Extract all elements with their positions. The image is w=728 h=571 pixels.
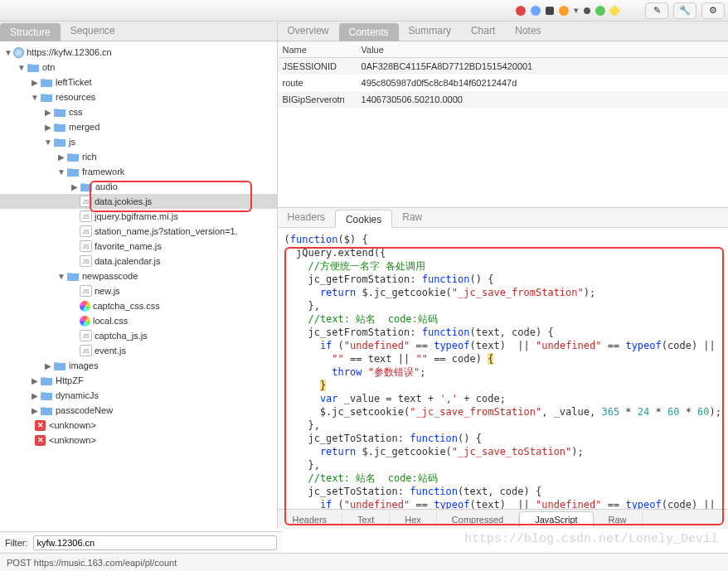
cookie-name: route <box>278 78 357 88</box>
tool-button[interactable]: 🔧 <box>673 2 696 19</box>
disclosure-icon[interactable] <box>70 331 80 341</box>
disclosure-icon[interactable] <box>70 346 80 356</box>
disclosure-icon[interactable]: ▶ <box>30 375 40 385</box>
cookie-row[interactable]: BIGipServerotn1406730506.50210.0000 <box>278 91 728 108</box>
toolbar-dot[interactable] <box>584 7 590 14</box>
tree-row[interactable]: JSnew.js <box>0 283 277 298</box>
folder-icon <box>66 166 80 177</box>
disclosure-icon[interactable]: ▼ <box>30 92 40 102</box>
tree-row[interactable]: ▶css <box>0 104 277 119</box>
tree-row[interactable]: ▼js <box>0 134 277 149</box>
toolbar-dot[interactable] <box>559 6 569 16</box>
folder-icon <box>40 390 53 401</box>
disclosure-icon[interactable] <box>70 286 80 296</box>
disclosure-icon[interactable]: ▶ <box>30 405 40 415</box>
toolbar-dot[interactable] <box>595 6 605 16</box>
filter-input[interactable] <box>33 535 278 550</box>
tree-label: favorite_name.js <box>95 241 162 251</box>
disclosure-icon[interactable] <box>70 226 80 236</box>
tree-label: new.js <box>95 286 120 296</box>
tree-row[interactable]: JSevent.js <box>0 343 277 358</box>
tab-raw[interactable]: Raw <box>392 208 432 227</box>
tab-summary[interactable]: Summary <box>399 22 461 41</box>
disclosure-icon[interactable] <box>70 316 80 326</box>
folder-icon <box>66 151 80 162</box>
folder-icon <box>53 121 66 133</box>
tree-row[interactable]: captcha_css.css <box>0 298 277 313</box>
tree-label: <unknown> <box>49 435 96 445</box>
tab-overview[interactable]: Overview <box>278 22 339 41</box>
tree-row[interactable]: ▶dynamicJs <box>0 388 277 403</box>
tree-row[interactable]: ▼framework <box>0 164 277 179</box>
tree-row[interactable]: JSdata.jcalendar.js <box>0 254 277 269</box>
css-file-icon <box>80 301 90 312</box>
folder-icon <box>53 360 66 371</box>
tree-row[interactable]: ▶rich <box>0 149 277 164</box>
disclosure-icon[interactable]: ▼ <box>56 271 66 281</box>
tab-structure[interactable]: Structure <box>0 23 61 41</box>
highlight-box-tree <box>90 181 252 212</box>
cookie-row[interactable]: JSESSIONID0AF328BC4115FA8D7712BD15154200… <box>278 58 728 75</box>
tree-row[interactable]: local.css <box>0 313 277 328</box>
disclosure-icon[interactable]: ▶ <box>30 390 40 400</box>
toolbar-dot[interactable] <box>609 4 620 16</box>
toolbar-dot[interactable] <box>531 6 541 16</box>
tab-cookies[interactable]: Cookies <box>335 210 392 228</box>
tab-headers[interactable]: Headers <box>278 208 335 227</box>
js-file-icon: JS <box>80 330 92 341</box>
cookie-row[interactable]: route495c805987d0f5c8c84b14f60212447d <box>278 75 728 91</box>
tree-row[interactable]: ▶merged <box>0 119 277 134</box>
tree-row[interactable]: ▶leftTicket <box>0 75 277 90</box>
tree-row[interactable]: JScaptcha_js.js <box>0 328 277 343</box>
tree-row[interactable]: ▼resources <box>0 90 277 104</box>
tree-row[interactable]: ✕<unknown> <box>0 418 277 433</box>
tree-row[interactable]: ▶images <box>0 358 277 373</box>
disclosure-icon[interactable]: ▼ <box>43 137 53 147</box>
disclosure-icon[interactable]: ▶ <box>70 181 80 191</box>
disclosure-icon[interactable] <box>70 241 80 251</box>
tree-label: jquery.bgiframe.mi.js <box>95 211 178 221</box>
highlight-box-code <box>284 247 724 525</box>
tree-label: rich <box>82 152 97 162</box>
tab-notes[interactable]: Notes <box>505 22 551 41</box>
disclosure-icon[interactable]: ▶ <box>43 361 53 370</box>
disclosure-icon[interactable]: ▶ <box>43 107 53 117</box>
disclosure-icon[interactable]: ▶ <box>30 77 40 87</box>
tree-row[interactable]: ▼newpasscode <box>0 269 277 283</box>
js-file-icon: JS <box>80 285 92 297</box>
toolbar-dot[interactable] <box>546 7 554 15</box>
disclosure-icon[interactable]: ▶ <box>43 122 53 132</box>
tree-label: otn <box>42 62 55 72</box>
folder-icon <box>53 136 66 148</box>
resource-tree[interactable]: ▼https://kyfw.12306.cn▼otn▶leftTicket▼re… <box>0 41 277 529</box>
tree-row[interactable]: JSstation_name.js?station_version=1. <box>0 224 277 239</box>
tree-row[interactable]: ▶passcodeNew <box>0 403 277 418</box>
disclosure-icon[interactable] <box>17 420 27 430</box>
tool-button[interactable]: ⚙ <box>701 2 725 19</box>
tree-row[interactable]: ▶HttpZF <box>0 373 277 388</box>
tab-contents[interactable]: Contents <box>339 23 399 41</box>
disclosure-icon[interactable] <box>70 211 80 221</box>
tree-row[interactable]: ✕<unknown> <box>0 433 277 448</box>
disclosure-icon[interactable]: ▼ <box>3 47 13 57</box>
disclosure-icon[interactable] <box>70 256 80 266</box>
disclosure-icon[interactable] <box>17 435 27 445</box>
filter-label: Filter: <box>5 538 28 548</box>
tool-button[interactable]: ✎ <box>645 2 668 19</box>
tree-label: merged <box>69 122 99 132</box>
tree-row[interactable]: ▼otn <box>0 60 277 75</box>
disclosure-icon[interactable]: ▼ <box>56 167 66 177</box>
tree-row[interactable]: JSfavorite_name.js <box>0 239 277 254</box>
tab-chart[interactable]: Chart <box>461 22 505 41</box>
disclosure-icon[interactable] <box>70 301 80 311</box>
status-bar: POST https://music.163.com/eapi/pl/count <box>0 553 728 571</box>
tree-row[interactable]: ▼https://kyfw.12306.cn <box>0 45 277 60</box>
tab-sequence[interactable]: Sequence <box>61 22 125 41</box>
tree-label: css <box>69 107 83 117</box>
toolbar-dot[interactable] <box>516 6 526 16</box>
folder-icon <box>66 270 80 282</box>
folder-icon <box>40 91 53 103</box>
disclosure-icon[interactable]: ▼ <box>17 62 27 72</box>
disclosure-icon[interactable] <box>70 196 80 206</box>
disclosure-icon[interactable]: ▶ <box>56 152 66 162</box>
